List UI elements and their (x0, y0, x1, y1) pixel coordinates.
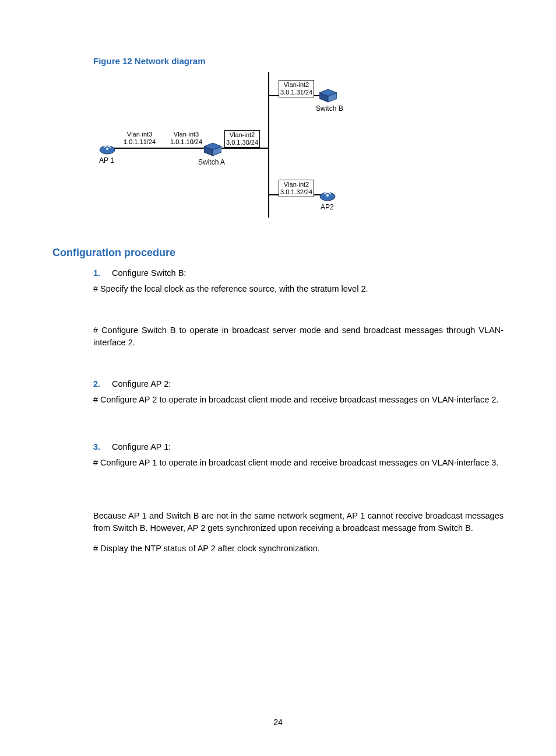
device-label-switchA: Switch A (198, 158, 225, 166)
step-number: 1. (93, 267, 110, 279)
network-diagram: Vlan-int23.0.1.31/24 Switch B Vlan-int23… (93, 72, 350, 229)
step-title: Configure AP 1: (112, 442, 171, 452)
svg-point-4 (326, 194, 329, 197)
step-item: 1. Configure Switch B: (93, 267, 504, 279)
body-paragraph: # Display the NTP status of AP 2 after c… (93, 542, 504, 555)
step-title: Configure Switch B: (112, 268, 186, 278)
figure-caption: Figure 12 Network diagram (93, 56, 504, 66)
device-label-switchB: Switch B (316, 104, 343, 113)
page-number: 24 (0, 718, 556, 727)
step-item: 2. Configure AP 2: (93, 378, 504, 390)
document-page: Figure 12 Network diagram Vlan-int23.0.1… (0, 0, 556, 756)
step-number: 3. (93, 441, 110, 453)
switch-icon (204, 143, 221, 155)
vlan-label-switchB: Vlan-int23.0.1.31/24 (279, 80, 314, 97)
vlan-label-switchA-right: Vlan-int23.0.1.30/24 (224, 130, 260, 148)
step-text: # Configure Switch B to operate in broad… (93, 324, 504, 349)
access-point-icon (319, 188, 336, 200)
step-title: Configure AP 2: (112, 379, 171, 388)
device-label-ap1: AP 1 (99, 156, 114, 164)
body-paragraph: Because AP 1 and Switch B are not in the… (93, 510, 504, 534)
content-block: 1. Configure Switch B: # Specify the loc… (93, 267, 504, 555)
vlan-label-switchA-left: Vlan-int31.0.1.10/24 (169, 130, 203, 146)
step-text: # Specify the local clock as the referen… (93, 283, 504, 295)
vlan-label-ap1: Vlan-int31.0.1.11/24 (122, 130, 157, 146)
switch-icon (319, 89, 337, 101)
device-label-ap2: AP2 (321, 203, 334, 211)
step-number: 2. (93, 378, 110, 390)
step-text: # Configure AP 1 to operate in broadcast… (93, 457, 504, 469)
access-point-icon (99, 142, 115, 153)
section-heading: Configuration procedure (52, 247, 504, 259)
step-text: # Configure AP 2 to operate in broadcast… (93, 394, 504, 406)
svg-point-6 (106, 148, 108, 150)
step-item: 3. Configure AP 1: (93, 441, 504, 453)
vlan-label-ap2: Vlan-int23.0.1.32/24 (279, 180, 314, 197)
